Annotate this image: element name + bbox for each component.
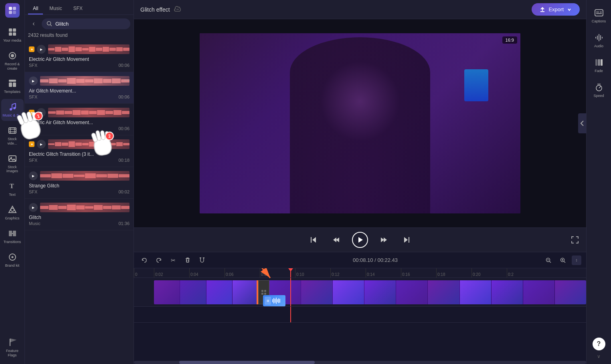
speed-icon [594, 82, 604, 92]
text-icon: T [8, 181, 17, 191]
fullscreen-button[interactable] [569, 233, 581, 246]
captions-button[interactable]: Captions [588, 5, 610, 26]
play-button[interactable]: ▶ [37, 140, 46, 149]
timeline-scrollbar[interactable] [134, 361, 586, 364]
sidebar-item-templates[interactable]: Templates [1, 75, 24, 97]
sfx-meta: SFX 00:02 [29, 189, 129, 194]
list-item[interactable]: ★ ▶ Electric Air Glitch Movement... SFX … [25, 104, 134, 135]
sidebar-label-feature-flags: Feature Flags [3, 349, 22, 358]
rewind-button[interactable] [330, 233, 342, 246]
magnet-button[interactable] [196, 255, 208, 266]
sidebar-item-music-sfx[interactable]: Music & S... [1, 99, 24, 121]
tab-all[interactable]: All [28, 3, 43, 14]
more-button[interactable]: ⋯ [124, 76, 130, 84]
svg-line-54 [549, 261, 551, 263]
list-item[interactable]: ★ ▶ Electric Glitch Transition (3 it... … [25, 135, 134, 167]
expand-timeline-button[interactable]: ↕ [572, 255, 581, 265]
chevron-down-icon [567, 7, 572, 12]
audio-track [134, 307, 586, 323]
zoom-in-button[interactable] [557, 255, 569, 266]
expand-button[interactable]: ∨ [597, 354, 601, 359]
svg-point-33 [47, 22, 51, 25]
audio-button[interactable]: Audio [588, 30, 610, 51]
waveform [40, 76, 129, 86]
sidebar-item-text[interactable]: T Text [1, 178, 24, 200]
sfx-audio-clip[interactable]: ⊞ [263, 295, 285, 306]
captions-icon [594, 8, 604, 18]
sfx-name: Electric Glitch Transition (3 it... [29, 151, 129, 157]
skip-forward-button[interactable] [400, 233, 413, 246]
upload-icon [540, 7, 545, 12]
list-item[interactable]: ▶ Strange Glitch SFX 00:02 [25, 167, 134, 199]
skip-back-button[interactable] [307, 233, 320, 246]
cut-button[interactable]: ✂ [168, 255, 179, 266]
svg-rect-6 [9, 32, 12, 36]
redo-button[interactable] [153, 255, 164, 266]
play-button[interactable]: ▶ [37, 108, 46, 117]
export-button[interactable]: Export [532, 3, 580, 16]
fast-forward-button[interactable] [378, 233, 390, 246]
svg-rect-7 [13, 32, 16, 36]
search-input[interactable] [55, 21, 125, 27]
sidebar-item-stock-video[interactable]: Stock vide... [1, 123, 24, 149]
search-box [42, 18, 130, 29]
fade-icon [594, 58, 604, 67]
film-icon [8, 126, 17, 135]
svg-marker-39 [312, 237, 316, 243]
play-button[interactable]: ▶ [29, 171, 38, 180]
list-item[interactable]: ★ ▶ Electric Air Glitch Movement SFX 00:… [25, 40, 134, 72]
image-icon [8, 154, 17, 163]
play-button[interactable] [352, 232, 368, 248]
sidebar-item-transitions[interactable]: Transitions [1, 225, 24, 247]
play-button[interactable]: ▶ [29, 76, 38, 85]
grid-icon [8, 27, 17, 37]
svg-rect-64 [598, 59, 600, 66]
playhead-audio [290, 307, 291, 322]
sfx-type: SFX [29, 189, 37, 194]
sidebar-item-your-media[interactable]: Your media [1, 24, 24, 46]
svg-line-58 [564, 261, 565, 263]
cloud-icon [174, 5, 181, 14]
play-button[interactable]: ▶ [29, 203, 38, 212]
svg-marker-42 [358, 237, 363, 243]
svg-rect-3 [13, 11, 16, 14]
sidebar-item-record-create[interactable]: Record & create [1, 48, 24, 74]
sidebar-item-stock-images[interactable]: Stock images [1, 151, 24, 177]
help-button[interactable]: ? [593, 338, 605, 350]
playhead [290, 268, 291, 278]
sidebar-item-brand-kit[interactable]: Brand kit [1, 249, 24, 271]
sidebar-item-graphics[interactable]: Graphics [1, 202, 24, 224]
sidebar-label-stock-images: Stock images [3, 165, 22, 174]
audio-label: Audio [594, 44, 603, 48]
list-item[interactable]: ▶ ⋯ Air Glitch Movement... SFX 00:06 Add… [25, 72, 134, 104]
list-item[interactable]: ▶ Glitch Music 01:36 [25, 199, 134, 230]
flag-icon [8, 338, 17, 347]
speed-button[interactable]: Speed [588, 79, 610, 101]
fade-button[interactable]: Fade [588, 54, 610, 76]
timeline-toolbar: ✂ 0 [134, 252, 586, 268]
svg-rect-4 [9, 28, 12, 32]
svg-rect-5 [13, 28, 16, 32]
sfx-duration: 01:36 [118, 221, 129, 226]
svg-text:T: T [10, 183, 14, 189]
delete-button[interactable] [182, 255, 193, 266]
undo-button[interactable] [139, 255, 150, 266]
sidebar-item-feature-flags[interactable]: Feature Flags [1, 334, 24, 361]
tab-sfx[interactable]: SFX [69, 3, 87, 14]
back-button[interactable]: ‹ [28, 18, 39, 29]
play-button[interactable]: ▶ [37, 45, 46, 54]
playback-controls [134, 227, 586, 252]
tab-music[interactable]: Music [45, 3, 67, 14]
svg-rect-59 [595, 10, 603, 16]
waveform [40, 203, 129, 212]
collapse-preview-button[interactable] [578, 113, 586, 133]
waveform [48, 44, 129, 54]
sidebar-label-your-media: Your media [3, 38, 21, 43]
zoom-out-button[interactable] [543, 255, 554, 266]
main-area: Glitch effect Export [134, 0, 586, 364]
sfx-duration: 00:02 [118, 189, 129, 194]
export-label: Export [548, 6, 564, 12]
video-track: ⊞ [134, 278, 586, 307]
video-clip[interactable] [154, 280, 586, 304]
aspect-ratio-badge: 16:9 [502, 36, 517, 44]
